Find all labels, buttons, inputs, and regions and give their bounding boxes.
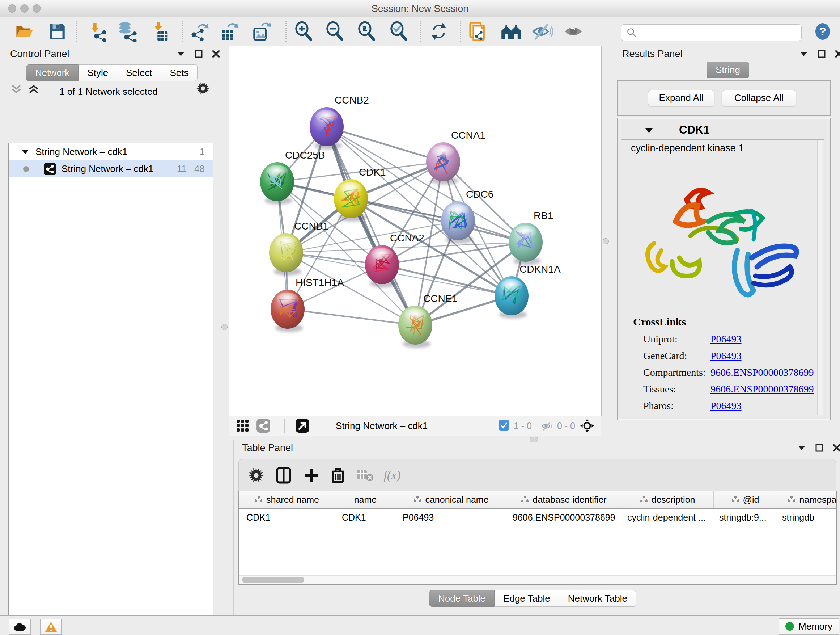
- tab-sets[interactable]: Sets: [161, 65, 197, 81]
- selected-checkbox[interactable]: [499, 420, 509, 431]
- column-header-@id[interactable]: @id: [714, 491, 777, 508]
- table-tabs: Node TableEdge TableNetwork Table: [429, 590, 636, 607]
- zoom-out-button[interactable]: [324, 20, 347, 43]
- tab-string[interactable]: String: [706, 62, 749, 78]
- export-table-button[interactable]: [218, 20, 241, 43]
- tab-node-table[interactable]: Node Table: [429, 590, 494, 607]
- table-cell[interactable]: stringdb: [775, 509, 837, 526]
- network-node-CDC6[interactable]: CDC6: [441, 188, 493, 244]
- hide-selected-button[interactable]: [531, 20, 554, 43]
- column-header-namespace[interactable]: namespace: [777, 491, 837, 508]
- hidden-eye-icon[interactable]: [540, 420, 554, 432]
- network-node-CCNA1[interactable]: CCNA1: [426, 130, 485, 185]
- table-cell[interactable]: 9606.ENSP00000378699: [505, 509, 620, 526]
- network-node-RB1[interactable]: RB1: [508, 210, 553, 265]
- pan-crosshair-icon[interactable]: [579, 418, 595, 433]
- search-input[interactable]: [641, 27, 801, 38]
- tab-select[interactable]: Select: [117, 65, 161, 81]
- show-columns-icon[interactable]: [272, 464, 295, 487]
- add-column-icon[interactable]: [300, 464, 323, 487]
- search-field[interactable]: [621, 24, 802, 41]
- table-cell[interactable]: CDK1: [239, 509, 335, 526]
- title-bar: Session: New Session: [0, 0, 840, 17]
- column-header-shared-name[interactable]: shared name: [239, 491, 335, 508]
- table-options-gear-icon[interactable]: [245, 464, 268, 487]
- export-network-button[interactable]: [188, 20, 211, 43]
- check-icon: [500, 422, 508, 429]
- results-scrollbar[interactable]: [817, 141, 823, 415]
- import-table-file-button[interactable]: [150, 20, 173, 43]
- table-horizontal-scrollbar[interactable]: [239, 575, 836, 584]
- crosslink-link[interactable]: P06493: [711, 400, 742, 412]
- crosslink-link[interactable]: 9606.ENSP00000378699: [711, 367, 813, 378]
- network-collection-row[interactable]: String Network – cdk1 1: [9, 143, 213, 160]
- show-all-button[interactable]: [562, 20, 585, 43]
- column-header-database-identifier[interactable]: database identifier: [507, 491, 622, 508]
- node-table[interactable]: shared namenamecanonical namedatabase id…: [238, 491, 837, 585]
- network-canvas[interactable]: CCNB2CCNA1CDC25BCDK1CDC6RB1CCNB1CCNA2CDK…: [229, 46, 601, 416]
- network-node-CCNE1[interactable]: CCNE1: [398, 293, 458, 348]
- network-node-CCNB1[interactable]: CCNB1: [269, 220, 328, 276]
- string-view-badge-icon[interactable]: [256, 418, 271, 433]
- tab-network[interactable]: Network: [26, 65, 79, 81]
- expand-all-button[interactable]: Expand All: [648, 90, 714, 106]
- memory-button[interactable]: Memory: [778, 618, 839, 635]
- delete-column-icon[interactable]: [326, 464, 349, 487]
- network-row[interactable]: String Network – cdk1 11 48: [9, 160, 213, 177]
- grid-view-icon[interactable]: [236, 419, 249, 432]
- panel-menu-caret-icon[interactable]: [799, 51, 808, 57]
- zoom-fit-button[interactable]: [355, 20, 378, 43]
- table-cell[interactable]: CDK1: [335, 509, 395, 526]
- collapse-all-button[interactable]: Collapse All: [722, 90, 796, 106]
- table-row[interactable]: CDK1CDK1P064939606.ENSP00000378699cyclin…: [239, 509, 836, 526]
- tree-caret-icon[interactable]: [22, 149, 29, 155]
- import-network-file-button[interactable]: [87, 20, 110, 43]
- close-panel-icon[interactable]: [835, 50, 840, 58]
- open-session-button[interactable]: [13, 20, 36, 43]
- float-panel-icon[interactable]: [195, 50, 202, 58]
- save-session-button[interactable]: [46, 20, 69, 43]
- tab-style[interactable]: Style: [79, 65, 117, 81]
- zoom-selected-button[interactable]: [387, 20, 411, 43]
- float-panel-icon[interactable]: [818, 50, 826, 58]
- left-splitter-handle[interactable]: [221, 324, 227, 330]
- help-button[interactable]: ?: [811, 20, 834, 43]
- panel-menu-caret-icon[interactable]: [797, 445, 806, 451]
- table-cell[interactable]: stringdb:9...: [712, 509, 775, 526]
- network-node-CDKN1A[interactable]: CDKN1A: [494, 264, 561, 318]
- float-panel-icon[interactable]: [815, 444, 823, 452]
- node-label: CDC25B: [285, 149, 325, 161]
- duplicate-network-button[interactable]: [467, 20, 490, 43]
- section-caret-icon[interactable]: [645, 128, 653, 133]
- refresh-view-button[interactable]: [427, 20, 450, 43]
- column-header-canonical-name[interactable]: canonical name: [396, 491, 507, 508]
- zoom-in-button[interactable]: [292, 20, 316, 43]
- scrollbar-thumb[interactable]: [242, 577, 304, 583]
- crosslink-link[interactable]: P06493: [711, 350, 742, 362]
- table-cell[interactable]: P06493: [395, 509, 505, 526]
- detach-view-icon[interactable]: [295, 418, 309, 433]
- network-node-HIST1H1A[interactable]: HIST1H1A: [271, 277, 344, 332]
- panel-menu-caret-icon[interactable]: [177, 51, 185, 57]
- zoom-out-icon: [325, 21, 346, 42]
- shared-column-icon: [731, 494, 739, 505]
- first-neighbors-button[interactable]: [500, 20, 523, 43]
- string-network-badge-icon: [43, 163, 57, 176]
- network-node-CCNB2[interactable]: CCNB2: [309, 95, 369, 149]
- import-network-database-button[interactable]: [116, 20, 139, 43]
- node-label: HIST1H1A: [295, 277, 344, 288]
- tab-network-table[interactable]: Network Table: [559, 590, 636, 607]
- close-panel-icon[interactable]: [212, 50, 220, 58]
- export-image-button[interactable]: [250, 20, 273, 43]
- column-header-description[interactable]: description: [622, 491, 714, 508]
- cloud-status-button[interactable]: [9, 619, 31, 635]
- table-cell[interactable]: cyclin-dependent ...: [620, 509, 712, 526]
- tab-edge-table[interactable]: Edge Table: [494, 590, 559, 607]
- crosslink-link[interactable]: P06493: [711, 333, 742, 345]
- crosslink-link[interactable]: 9606.ENSP00000378699: [711, 383, 813, 395]
- warnings-button[interactable]: [40, 619, 62, 635]
- right-splitter-handle[interactable]: [603, 238, 609, 244]
- close-panel-icon[interactable]: [833, 444, 840, 452]
- network-options-gear-icon[interactable]: [196, 82, 210, 96]
- column-header-name[interactable]: name: [335, 491, 396, 508]
